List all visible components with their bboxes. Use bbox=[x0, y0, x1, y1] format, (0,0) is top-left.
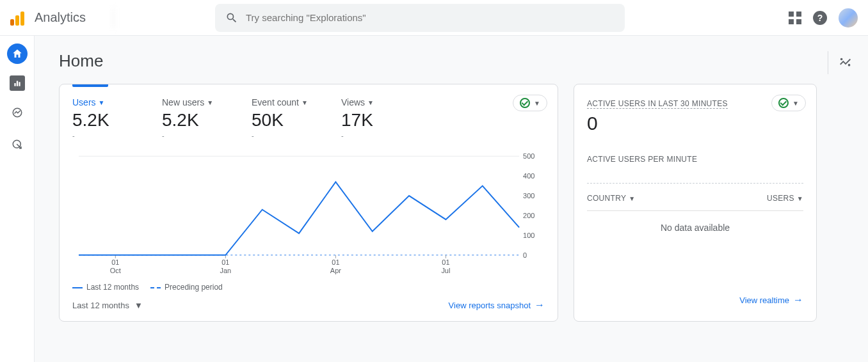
chevron-down-icon bbox=[629, 195, 635, 202]
realtime-card: ACTIVE USERS IN LAST 30 MINUTES 0 ACTIVE… bbox=[574, 84, 817, 322]
metric-delta: - bbox=[252, 132, 309, 139]
svg-text:Jan: Jan bbox=[220, 267, 232, 274]
help-icon[interactable]: ? bbox=[813, 11, 827, 25]
metric-delta: - bbox=[162, 132, 220, 139]
page-title: Home bbox=[59, 51, 844, 71]
chevron-down-icon bbox=[797, 195, 803, 202]
nav-explore[interactable] bbox=[7, 102, 28, 123]
chevron-down-icon bbox=[367, 99, 374, 106]
date-range-label: Last 12 months bbox=[72, 301, 129, 310]
svg-text:Jul: Jul bbox=[441, 267, 450, 274]
svg-text:500: 500 bbox=[523, 152, 534, 160]
svg-text:01: 01 bbox=[221, 258, 229, 266]
brand-name: Analytics bbox=[35, 10, 86, 25]
view-reports-snapshot-link[interactable]: View reports snapshot → bbox=[449, 299, 545, 311]
metric-value: 5.2K bbox=[162, 110, 220, 130]
svg-text:300: 300 bbox=[523, 192, 534, 200]
svg-rect-0 bbox=[14, 83, 15, 86]
metric-views[interactable]: Views 17K - bbox=[341, 97, 399, 139]
svg-text:400: 400 bbox=[523, 172, 534, 180]
divider bbox=[587, 210, 803, 211]
metric-delta: - bbox=[341, 132, 399, 139]
status-chip[interactable] bbox=[513, 95, 547, 111]
chevron-down-icon bbox=[534, 100, 540, 107]
link-label: View realtime bbox=[739, 295, 789, 305]
main-content: Home Users 5.2K - New users bbox=[35, 36, 868, 362]
home-icon bbox=[12, 48, 23, 59]
line-chart-svg: 010020030040050001Oct01Jan01Apr01Jul bbox=[72, 150, 545, 278]
insights-panel-toggle[interactable] bbox=[828, 51, 853, 74]
realtime-value: 0 bbox=[587, 113, 803, 134]
legend-current: Last 12 months bbox=[86, 283, 139, 292]
col-users[interactable]: USERS bbox=[767, 194, 803, 203]
insights-icon bbox=[839, 56, 853, 70]
svg-text:01: 01 bbox=[332, 258, 339, 266]
status-chip[interactable] bbox=[771, 95, 806, 111]
svg-text:01: 01 bbox=[111, 258, 119, 266]
nav-reports[interactable] bbox=[10, 75, 25, 91]
svg-text:200: 200 bbox=[523, 212, 534, 219]
col-country[interactable]: COUNTRY bbox=[587, 194, 635, 203]
chevron-down-icon bbox=[207, 99, 213, 106]
svg-text:100: 100 bbox=[523, 232, 534, 239]
nav-home[interactable] bbox=[7, 43, 28, 64]
metric-value: 5.2K bbox=[72, 110, 130, 130]
target-icon bbox=[12, 139, 23, 150]
metric-label: Event count bbox=[252, 97, 299, 107]
chevron-down-icon bbox=[134, 301, 143, 310]
metric-label: New users bbox=[162, 97, 204, 107]
realtime-subhead: ACTIVE USERS PER MINUTE bbox=[587, 155, 803, 164]
arrow-right-icon: → bbox=[793, 294, 803, 306]
svg-point-5 bbox=[841, 59, 842, 60]
date-range-selector[interactable]: Last 12 months bbox=[72, 301, 143, 310]
chart-legend: Last 12 months Preceding period bbox=[72, 283, 545, 292]
search-bar[interactable] bbox=[215, 4, 625, 32]
svg-text:Apr: Apr bbox=[330, 267, 341, 274]
metric-value: 17K bbox=[341, 110, 399, 130]
explore-icon bbox=[12, 107, 23, 118]
divider bbox=[587, 183, 803, 184]
search-icon bbox=[225, 12, 238, 24]
metric-delta: - bbox=[72, 132, 130, 139]
realtime-label: ACTIVE USERS IN LAST 30 MINUTES bbox=[587, 99, 728, 109]
svg-text:Oct: Oct bbox=[110, 267, 121, 274]
metric-users[interactable]: Users 5.2K - bbox=[72, 97, 130, 139]
svg-text:01: 01 bbox=[442, 258, 449, 266]
arrow-right-icon: → bbox=[534, 299, 545, 311]
metrics-row: Users 5.2K - New users 5.2K - Event coun… bbox=[72, 97, 545, 139]
metric-label: Users bbox=[72, 97, 96, 107]
logo-area: Analytics bbox=[10, 10, 106, 26]
chevron-down-icon bbox=[301, 99, 308, 106]
legend-prev: Preceding period bbox=[165, 283, 223, 292]
property-selector[interactable] bbox=[113, 8, 209, 28]
analytics-logo-icon bbox=[10, 10, 26, 26]
svg-rect-2 bbox=[19, 82, 20, 86]
realtime-table-header: COUNTRY USERS bbox=[587, 194, 803, 203]
metric-label: Views bbox=[341, 97, 365, 107]
header-actions: ? bbox=[789, 8, 858, 28]
user-avatar[interactable] bbox=[839, 8, 858, 28]
no-data-message: No data available bbox=[587, 219, 803, 237]
chevron-down-icon bbox=[99, 99, 105, 106]
chevron-down-icon bbox=[792, 100, 799, 107]
bar-chart-icon bbox=[13, 79, 22, 88]
svg-rect-1 bbox=[16, 81, 17, 86]
metric-event-count[interactable]: Event count 50K - bbox=[252, 97, 309, 139]
check-circle-icon bbox=[778, 98, 789, 108]
nav-advertising[interactable] bbox=[7, 134, 28, 155]
view-realtime-link[interactable]: View realtime → bbox=[739, 294, 803, 306]
app-header: Analytics ? bbox=[0, 0, 868, 36]
left-nav bbox=[0, 36, 35, 362]
users-chart: 010020030040050001Oct01Jan01Apr01Jul bbox=[72, 150, 545, 280]
search-input[interactable] bbox=[246, 12, 615, 23]
active-tab-indicator bbox=[72, 84, 108, 87]
link-label: View reports snapshot bbox=[449, 301, 531, 310]
check-circle-icon bbox=[520, 98, 530, 108]
svg-text:0: 0 bbox=[523, 251, 527, 259]
svg-point-6 bbox=[849, 65, 850, 66]
overview-card: Users 5.2K - New users 5.2K - Event coun… bbox=[59, 84, 558, 322]
metric-new-users[interactable]: New users 5.2K - bbox=[162, 97, 220, 139]
apps-icon[interactable] bbox=[789, 12, 801, 24]
metric-value: 50K bbox=[252, 110, 309, 130]
